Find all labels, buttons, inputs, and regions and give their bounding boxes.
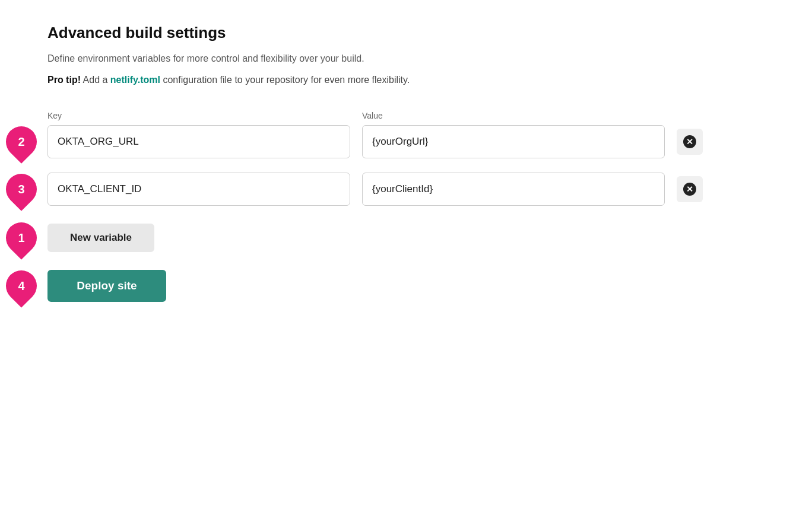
remove-icon-2: ✕ bbox=[683, 183, 696, 196]
remove-row-2-button[interactable]: ✕ bbox=[677, 176, 703, 202]
remove-row-1-button[interactable]: ✕ bbox=[677, 129, 703, 155]
value-input-1[interactable] bbox=[362, 125, 665, 158]
page-title: Advanced build settings bbox=[47, 24, 765, 42]
step-badge-1: 1 bbox=[0, 216, 43, 260]
deploy-wrapper: 4 Deploy site bbox=[47, 270, 765, 302]
env-vars-section: Key Value 2 ✕ 3 ✕ bbox=[47, 111, 765, 206]
deploy-site-button[interactable]: Deploy site bbox=[47, 270, 166, 302]
key-input-1[interactable] bbox=[47, 125, 350, 158]
netlify-toml-link[interactable]: netlify.toml bbox=[110, 75, 160, 85]
step-badge-2: 2 bbox=[0, 120, 43, 164]
pro-tip-bold: Pro tip! bbox=[47, 75, 81, 85]
env-var-row-2: 3 ✕ bbox=[47, 173, 765, 206]
env-var-row-1: 2 ✕ bbox=[47, 125, 765, 158]
key-label: Key bbox=[47, 111, 350, 120]
step-badge-3: 3 bbox=[0, 167, 43, 211]
field-labels: Key Value bbox=[47, 111, 765, 120]
value-label: Value bbox=[362, 111, 665, 120]
value-input-2[interactable] bbox=[362, 173, 665, 206]
description-text: Define environment variables for more co… bbox=[47, 52, 765, 66]
key-input-2[interactable] bbox=[47, 173, 350, 206]
remove-icon-1: ✕ bbox=[683, 135, 696, 148]
step-badge-4: 4 bbox=[0, 264, 43, 308]
new-variable-wrapper: 1 New variable bbox=[47, 224, 765, 252]
new-variable-button[interactable]: New variable bbox=[47, 224, 154, 252]
actions-row: 1 New variable 4 Deploy site bbox=[47, 224, 765, 302]
pro-tip-text: Pro tip! Add a netlify.toml configuratio… bbox=[47, 73, 765, 87]
